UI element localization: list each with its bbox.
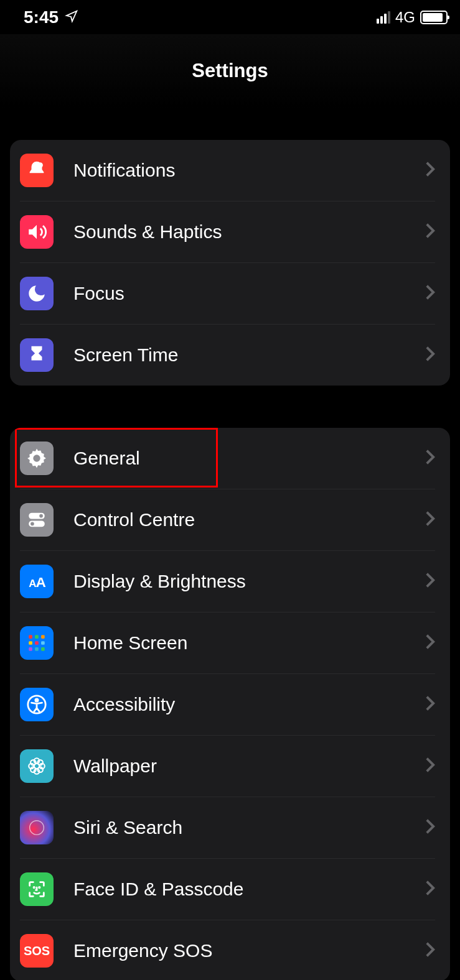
row-home-screen[interactable]: Home Screen — [10, 612, 450, 674]
battery-icon — [420, 11, 448, 24]
chevron-right-icon — [425, 818, 435, 837]
row-face-id[interactable]: Face ID & Passcode — [10, 859, 450, 920]
chevron-right-icon — [425, 757, 435, 775]
network-label: 4G — [395, 9, 415, 26]
svg-point-0 — [37, 162, 43, 168]
flower-icon — [20, 749, 54, 783]
siri-icon — [20, 811, 54, 844]
svg-text:A: A — [36, 574, 46, 590]
nav-header: Settings — [0, 34, 460, 108]
row-label: Accessibility — [73, 694, 419, 715]
svg-point-19 — [35, 699, 38, 701]
row-label: Control Centre — [73, 509, 419, 530]
row-accessibility[interactable]: Accessibility — [10, 674, 450, 736]
row-label: Notifications — [73, 160, 419, 181]
svg-rect-16 — [35, 647, 39, 651]
row-siri-search[interactable]: Siri & Search — [10, 797, 450, 859]
chevron-right-icon — [425, 449, 435, 468]
svg-rect-11 — [41, 635, 45, 639]
svg-point-29 — [30, 821, 44, 835]
row-label: General — [73, 448, 419, 469]
svg-rect-15 — [29, 647, 32, 651]
svg-point-30 — [34, 887, 34, 887]
row-display-brightness[interactable]: AA Display & Brightness — [10, 551, 450, 612]
row-label: Emergency SOS — [73, 940, 419, 961]
status-right: 4G — [377, 9, 448, 26]
face-id-icon — [20, 872, 54, 906]
svg-point-6 — [31, 522, 34, 526]
svg-rect-17 — [41, 647, 45, 651]
svg-point-2 — [33, 455, 40, 461]
row-label: Face ID & Passcode — [73, 879, 419, 900]
svg-point-4 — [39, 514, 43, 518]
svg-rect-12 — [29, 641, 32, 645]
row-label: Screen Time — [73, 344, 419, 366]
text-size-icon: AA — [20, 565, 54, 598]
row-focus[interactable]: Focus — [10, 263, 450, 325]
notifications-icon — [20, 154, 54, 187]
row-label: Home Screen — [73, 632, 419, 654]
settings-group-2: General Control Centre AA — [10, 428, 450, 980]
chevron-right-icon — [425, 511, 435, 529]
svg-rect-10 — [35, 635, 39, 639]
svg-rect-13 — [35, 641, 39, 645]
clock: 5:45 — [24, 7, 59, 27]
row-label: Wallpaper — [73, 756, 419, 777]
chevron-right-icon — [425, 284, 435, 303]
signal-icon — [377, 11, 390, 24]
row-control-centre[interactable]: Control Centre — [10, 489, 450, 551]
row-notifications[interactable]: Notifications — [10, 140, 450, 201]
gear-icon — [20, 441, 54, 475]
chevron-right-icon — [425, 695, 435, 714]
chevron-right-icon — [425, 634, 435, 652]
svg-point-31 — [39, 887, 40, 887]
row-sounds-haptics[interactable]: Sounds & Haptics — [10, 201, 450, 263]
row-screen-time[interactable]: Screen Time — [10, 325, 450, 386]
accessibility-icon — [20, 688, 54, 721]
toggle-icon — [20, 503, 54, 537]
settings-group-1: Notifications Sounds & Haptics — [10, 140, 450, 386]
row-label: Sounds & Haptics — [73, 221, 419, 243]
status-bar: 5:45 4G — [0, 0, 460, 34]
page-title: Settings — [192, 60, 268, 82]
svg-rect-9 — [29, 635, 32, 639]
speaker-icon — [20, 215, 54, 249]
app-grid-icon — [20, 626, 54, 660]
chevron-right-icon — [425, 572, 435, 591]
chevron-right-icon — [425, 161, 435, 180]
chevron-right-icon — [425, 880, 435, 899]
chevron-right-icon — [425, 941, 435, 960]
row-general[interactable]: General — [10, 428, 450, 489]
svg-rect-14 — [41, 641, 45, 645]
status-left: 5:45 — [24, 7, 78, 27]
chevron-right-icon — [425, 223, 435, 241]
sos-icon: SOS — [20, 934, 54, 968]
row-label: Display & Brightness — [73, 571, 419, 592]
chevron-right-icon — [425, 346, 435, 364]
row-label: Siri & Search — [73, 817, 419, 838]
row-label: Focus — [73, 283, 419, 304]
moon-icon — [20, 277, 54, 310]
hourglass-icon — [20, 338, 54, 372]
location-icon — [65, 9, 78, 25]
row-emergency-sos[interactable]: SOS Emergency SOS — [10, 920, 450, 980]
row-wallpaper[interactable]: Wallpaper — [10, 736, 450, 797]
